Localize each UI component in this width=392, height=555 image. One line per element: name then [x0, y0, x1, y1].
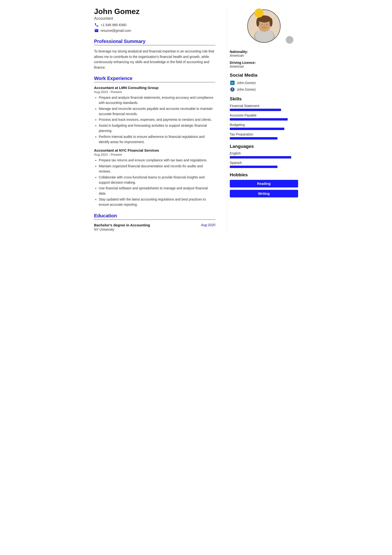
education-section: Education Bachelor's degree in Accountin… — [94, 213, 215, 231]
languages-title: Languages — [230, 144, 298, 149]
skill-name: Tax Preparation — [230, 132, 298, 136]
facebook-icon: f — [230, 87, 235, 92]
svg-point-11 — [266, 23, 267, 25]
hobbies-title: Hobbies — [230, 172, 298, 177]
edu-date: Aug 2020 — [201, 223, 215, 227]
skills-section: Skills Financial Statement Accounts Paya… — [230, 96, 298, 139]
yellow-decoration — [255, 8, 264, 18]
profile-photo — [247, 9, 281, 43]
job-1-title: Accountant at LMN Consulting Group — [94, 86, 215, 90]
list-item: Assist in budgeting and forecasting acti… — [99, 123, 215, 134]
svg-point-10 — [261, 23, 263, 25]
education-entry: Bachelor's degree in Accounting NY Unive… — [94, 223, 215, 231]
skill-budgeting: Budgeting — [230, 123, 298, 130]
email-icon — [94, 28, 99, 33]
candidate-name: John Gomez — [94, 7, 215, 16]
job-2: Accountant at NYC Financial Services Aug… — [94, 148, 215, 207]
linkedin-item: in John.Gomez — [230, 80, 298, 85]
nationality-value: American — [230, 54, 298, 58]
facebook-item: f John.Gomez — [230, 87, 298, 92]
list-item: Collaborate with cross-functional teams … — [99, 175, 215, 185]
svg-point-12 — [264, 25, 265, 27]
list-item: Process and track invoices, expenses, an… — [99, 117, 215, 123]
list-item: Stay updated with the latest accounting … — [99, 197, 215, 207]
job-1-date: Aug 2023 - Present — [94, 90, 215, 94]
nationality-label: Nationality: — [230, 50, 298, 54]
skill-bar — [230, 128, 284, 130]
summary-text: To leverage my strong analytical and fin… — [94, 49, 215, 70]
job-2-date: Aug 2022 - Present — [94, 153, 215, 156]
language-english: English — [230, 151, 298, 159]
phone-number: +1 646 980 6360 — [101, 23, 126, 27]
hobbies-section: Hobbies Reading Writing — [230, 172, 298, 197]
lang-name: English — [230, 151, 298, 155]
skill-accounts-payable: Accounts Payable — [230, 113, 298, 121]
hobby-writing: Writing — [230, 190, 298, 197]
driving-label: Driving Licence: — [230, 61, 298, 65]
linkedin-icon: in — [230, 80, 235, 85]
lang-bar — [230, 156, 291, 159]
summary-title: Professional Summary — [94, 39, 215, 44]
skills-title: Skills — [230, 96, 298, 102]
education-divider — [94, 219, 215, 220]
lang-bar — [230, 166, 278, 168]
list-item: Prepare tax returns and ensure complianc… — [99, 158, 215, 163]
lang-name: Spanish — [230, 161, 298, 165]
language-spanish: Spanish — [230, 161, 298, 168]
svg-point-7 — [270, 18, 272, 27]
work-experience-divider — [94, 82, 215, 82]
professional-summary-section: Professional Summary To leverage my stro… — [94, 39, 215, 70]
job-2-title: Accountant at NYC Financial Services — [94, 148, 215, 152]
job-1: Accountant at LMN Consulting Group Aug 2… — [94, 86, 215, 145]
list-item: Perform internal audits to ensure adhere… — [99, 134, 215, 145]
photo-area — [230, 7, 298, 45]
skill-tax-preparation: Tax Preparation — [230, 132, 298, 139]
work-experience-title: Work Experience — [94, 76, 215, 81]
nationality-row: Nationality: American — [230, 50, 298, 58]
education-title: Education — [94, 213, 215, 219]
svg-point-6 — [256, 18, 259, 27]
driving-value: American — [230, 65, 298, 68]
skill-bar — [230, 109, 281, 111]
linkedin-handle: John.Gomez — [237, 81, 256, 85]
skill-name: Budgeting — [230, 123, 298, 127]
email-address: resume@gmail.com — [101, 29, 131, 32]
candidate-title: Accountant — [94, 16, 215, 21]
skill-financial-statement: Financial Statement — [230, 104, 298, 111]
languages-section: Languages English Spanish — [230, 144, 298, 168]
list-item: Manage and reconcile accounts payable an… — [99, 106, 215, 117]
email-contact: resume@gmail.com — [94, 28, 215, 33]
job-1-bullets: Prepare and analyze financial statements… — [94, 95, 215, 145]
list-item: Maintain organized financial documentati… — [99, 164, 215, 174]
edu-school: NY University — [94, 227, 150, 231]
gray-decoration — [286, 36, 293, 44]
skill-bar — [230, 137, 278, 139]
phone-contact: +1 646 980 6360 — [94, 22, 215, 27]
hobby-reading: Reading — [230, 180, 298, 187]
skill-name: Accounts Payable — [230, 113, 298, 117]
list-item: Use financial software and spreadsheets … — [99, 186, 215, 196]
skill-bar — [230, 118, 288, 121]
phone-icon — [94, 22, 99, 27]
job-2-bullets: Prepare tax returns and ensure complianc… — [94, 158, 215, 207]
work-experience-section: Work Experience Accountant at LMN Consul… — [94, 76, 215, 207]
header-section: John Gomez Accountant +1 646 980 6360 re… — [94, 7, 215, 33]
driving-licence-row: Driving Licence: American — [230, 61, 298, 68]
facebook-handle: John.Gomez — [237, 88, 256, 91]
skill-name: Financial Statement — [230, 104, 298, 108]
list-item: Prepare and analyze financial statements… — [99, 95, 215, 106]
social-media-section: Social Media in John.Gomez f John.Gomez — [230, 73, 298, 92]
social-media-title: Social Media — [230, 73, 298, 78]
edu-degree: Bachelor's degree in Accounting — [94, 223, 150, 227]
